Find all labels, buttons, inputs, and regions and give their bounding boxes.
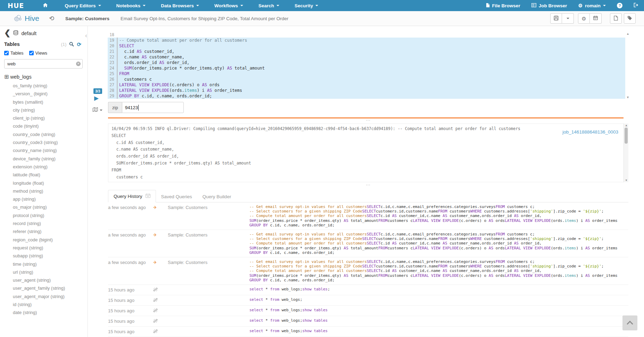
column-item[interactable]: client_ip (string): [13, 114, 88, 122]
resize-handle[interactable]: ⋯: [108, 119, 628, 123]
column-item[interactable]: id (string): [13, 300, 88, 308]
column-item[interactable]: country_code3 (string): [13, 138, 88, 146]
tags-button[interactable]: [624, 13, 636, 24]
column-item[interactable]: user_agent_family (string): [13, 284, 88, 292]
scrollbar-thumb[interactable]: [625, 128, 628, 144]
tables-checkbox[interactable]: [4, 51, 9, 55]
column-item[interactable]: city (string): [13, 106, 88, 114]
history-row[interactable]: a few seconds ago✈Sample: Customers-- Ge…: [108, 202, 628, 230]
history-query-sql[interactable]: select * from web_logs;: [249, 297, 628, 303]
column-item[interactable]: os_major (string): [13, 203, 88, 211]
resize-handle[interactable]: ⋯: [108, 183, 628, 187]
scroll-to-top-button[interactable]: [622, 315, 637, 330]
column-item[interactable]: code (tinyint): [13, 122, 88, 130]
history-row[interactable]: 15 hours agoselect * from web_logs;: [108, 295, 628, 306]
column-item[interactable]: subapp (string): [13, 252, 88, 260]
file-browser-button[interactable]: File Browser: [480, 0, 526, 11]
column-item[interactable]: app (string): [13, 195, 88, 203]
column-item[interactable]: user_agent_major (string): [13, 292, 88, 300]
calendar-x-icon[interactable]: [146, 193, 150, 199]
editor-scrollbar[interactable]: ▲ ▼: [626, 32, 630, 99]
scroll-up-icon[interactable]: ▲: [626, 32, 629, 35]
tab-query-builder[interactable]: Query Builder: [197, 191, 237, 202]
save-options-button[interactable]: [562, 13, 574, 24]
scroll-down-icon[interactable]: ▼: [625, 179, 628, 182]
table-search-input[interactable]: [4, 59, 83, 69]
history-query-sql[interactable]: select * from web_logs;show tables: [249, 318, 628, 324]
logout-button[interactable]: [628, 0, 644, 11]
home-button[interactable]: [43, 3, 48, 8]
nav-menu-data-browsers[interactable]: Data Browsers: [153, 0, 207, 11]
column-item[interactable]: country_name (string): [13, 146, 88, 154]
column-item[interactable]: extension (string): [13, 163, 88, 171]
nav-menu-query-editors[interactable]: Query Editors: [57, 0, 108, 11]
user-menu[interactable]: ⚙ romain: [572, 0, 611, 11]
help-button[interactable]: ?: [611, 0, 628, 11]
filter-tables-toggle[interactable]: Tables: [4, 50, 24, 56]
history-row[interactable]: a few seconds ago✈Sample: Customers-- Ge…: [108, 257, 628, 285]
code-token: *: [263, 297, 270, 302]
column-item[interactable]: longitude (float): [13, 179, 88, 187]
tab-saved-queries[interactable]: Saved Queries: [156, 191, 197, 202]
new-query-button[interactable]: [610, 13, 622, 24]
sql-editor[interactable]: 1819-- Compute total amount per order fo…: [108, 32, 625, 99]
column-item[interactable]: protocol (string): [13, 211, 88, 219]
save-button[interactable]: [550, 13, 562, 24]
history-query-sql[interactable]: select * from web_logs;show tables;: [249, 287, 628, 293]
history-row[interactable]: 15 hours agoselect * from web_logs;show …: [108, 316, 628, 327]
column-item[interactable]: user_agent (string): [13, 276, 88, 284]
table-item-web-logs[interactable]: ⊞ web_logs: [4, 74, 88, 80]
column-item[interactable]: _version_ (bigint): [13, 90, 88, 98]
refresh-icon[interactable]: ⟳: [77, 42, 81, 47]
column-item[interactable]: country_code (string): [13, 130, 88, 138]
history-query-sql[interactable]: -- Get email survey opt-in values for al…: [249, 204, 628, 227]
history-row[interactable]: 15 hours agoselect * from web_logs;show …: [108, 306, 628, 316]
nav-menu-search[interactable]: Search: [251, 0, 287, 11]
column-item[interactable]: date (string): [13, 308, 88, 316]
column-item[interactable]: region_code (bigint): [13, 236, 88, 244]
history-row[interactable]: 15 hours agoselect * from web_logs;show …: [108, 285, 628, 295]
job-link[interactable]: job_1461888648136_0003: [562, 129, 618, 135]
back-icon[interactable]: ❮: [4, 31, 10, 35]
views-checkbox[interactable]: [29, 51, 34, 55]
minimap-button[interactable]: [92, 107, 102, 113]
column-item[interactable]: time (string): [13, 260, 88, 268]
job-browser-button[interactable]: Job Browser: [526, 0, 573, 11]
settings-button[interactable]: ⚙: [578, 13, 590, 24]
hive-app-button[interactable]: Hive: [13, 14, 39, 23]
history-row[interactable]: 15 hours agoselect * from web_logs;show …: [108, 327, 628, 337]
scroll-up-icon[interactable]: ▲: [625, 124, 628, 127]
column-item[interactable]: referer (string): [13, 227, 88, 235]
execute-button[interactable]: ▶: [94, 95, 99, 101]
column-item[interactable]: latitude (float): [13, 171, 88, 179]
code-token: -- Select customers for a given shipping…: [249, 236, 362, 241]
nav-menu-notebooks[interactable]: Notebooks: [109, 0, 154, 11]
code-token: customers c;: [505, 259, 535, 264]
column-item[interactable]: url (string): [13, 268, 88, 276]
tab-query-history[interactable]: Query History: [108, 190, 156, 202]
column-item[interactable]: bytes (smallint): [13, 98, 88, 106]
hue-logo[interactable]: HUE: [8, 2, 24, 9]
nav-menu-workflows[interactable]: Workflows: [207, 0, 251, 11]
schedule-button[interactable]: [590, 13, 602, 24]
history-query-sql[interactable]: -- Get email survey opt-in values for al…: [249, 232, 628, 255]
column-item[interactable]: method (string): [13, 187, 88, 195]
sidebar-collapse-handle[interactable]: ‹: [85, 32, 87, 39]
column-item[interactable]: os_family (string): [13, 82, 88, 90]
column-item[interactable]: device_family (string): [13, 155, 88, 163]
filter-views-toggle[interactable]: Views: [29, 50, 47, 56]
column-item[interactable]: record (string): [13, 219, 88, 227]
history-query-sql[interactable]: select * from web_logs;show tables: [249, 329, 628, 335]
search-tables-button[interactable]: [69, 42, 74, 47]
history-query-sql[interactable]: select * from web_logs;show tables: [249, 308, 628, 314]
history-query-sql[interactable]: -- Get email survey opt-in values for al…: [249, 259, 628, 282]
nav-menu-security[interactable]: Security: [287, 0, 326, 11]
log-scrollbar[interactable]: ▲ ▼: [624, 123, 628, 182]
database-name[interactable]: default: [21, 31, 36, 36]
column-item[interactable]: request (string): [13, 244, 88, 252]
history-row[interactable]: a few seconds ago✈Sample: Customers-- Ge…: [108, 230, 628, 257]
clear-search-icon[interactable]: ✕: [76, 62, 81, 66]
query-history-icon[interactable]: ⟲: [49, 15, 54, 22]
scroll-down-icon[interactable]: ▼: [626, 96, 629, 99]
zip-input[interactable]: 94123: [122, 102, 184, 113]
